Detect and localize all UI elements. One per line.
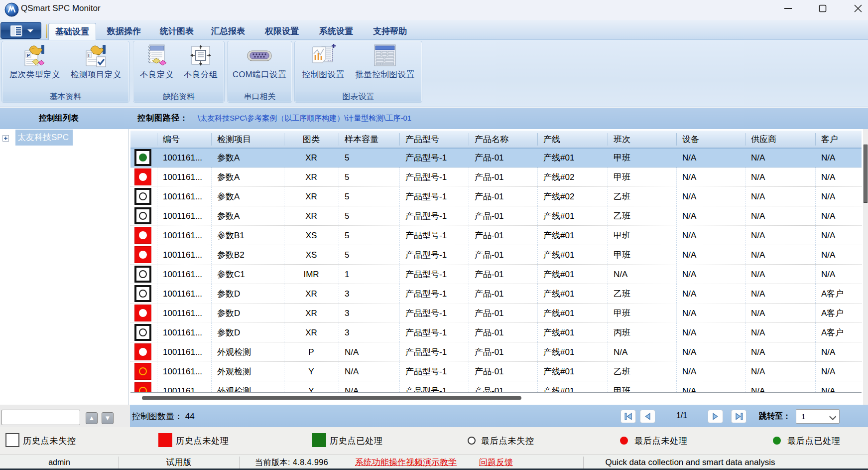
- svg-text:I: I: [88, 53, 90, 58]
- svg-text:P: P: [27, 53, 30, 58]
